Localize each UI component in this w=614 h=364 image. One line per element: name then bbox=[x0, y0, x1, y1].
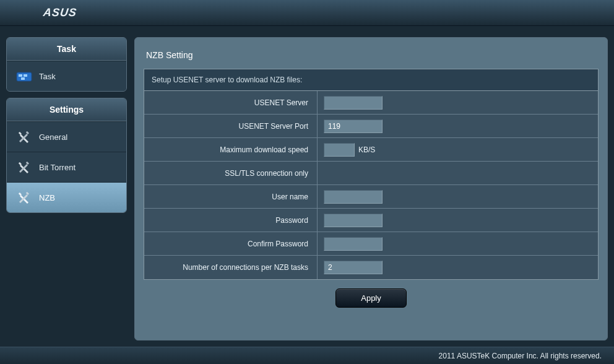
input-connections[interactable] bbox=[324, 261, 383, 274]
row-username: User name bbox=[144, 185, 598, 209]
label-usenet-server: USENET Server bbox=[144, 91, 318, 114]
input-confirm-password[interactable] bbox=[324, 237, 383, 251]
sidebar-item-label: Task bbox=[39, 72, 56, 81]
input-username[interactable] bbox=[324, 190, 383, 204]
input-password[interactable] bbox=[324, 214, 383, 227]
row-max-speed: Maximum download speed KB/S bbox=[144, 138, 598, 162]
main-area: Task Task Settings bbox=[0, 26, 614, 340]
row-ssl: SSL/TLS connection only bbox=[144, 162, 598, 185]
nav-header-settings: Settings bbox=[7, 98, 126, 121]
input-max-speed[interactable] bbox=[324, 143, 355, 157]
panel-title: NZB Setting bbox=[144, 46, 599, 69]
sidebar-item-general[interactable]: General bbox=[7, 121, 126, 152]
svg-rect-2 bbox=[24, 74, 27, 77]
row-confirm-password: Confirm Password bbox=[144, 232, 598, 256]
svg-rect-3 bbox=[21, 77, 25, 80]
apply-button[interactable]: Apply bbox=[335, 288, 407, 308]
top-bar: ASUS bbox=[0, 0, 614, 26]
nav-group-task: Task Task bbox=[6, 37, 127, 92]
sidebar-item-label: NZB bbox=[39, 193, 55, 202]
row-usenet-port: USENET Server Port bbox=[144, 115, 598, 138]
field-ssl bbox=[318, 162, 598, 184]
sidebar: Task Task Settings bbox=[6, 37, 127, 340]
sidebar-item-bittorrent[interactable]: Bit Torrent bbox=[7, 152, 126, 182]
label-username: User name bbox=[144, 185, 318, 208]
label-max-speed: Maximum download speed bbox=[144, 138, 318, 161]
sidebar-item-label: General bbox=[39, 132, 67, 142]
sidebar-item-task[interactable]: Task bbox=[7, 61, 126, 91]
content-panel: NZB Setting Setup USENET server to downl… bbox=[134, 37, 608, 340]
sidebar-item-nzb[interactable]: NZB bbox=[7, 182, 126, 212]
svg-rect-1 bbox=[19, 74, 22, 77]
wrench-icon bbox=[15, 160, 33, 175]
brand-logo: ASUS bbox=[43, 6, 78, 19]
nav-group-settings: Settings General Bit Torrent bbox=[6, 98, 127, 213]
wrench-icon bbox=[15, 190, 33, 205]
footer: 2011 ASUSTeK Computer Inc. All rights re… bbox=[0, 347, 614, 364]
wrench-icon bbox=[15, 129, 33, 144]
label-confirm-password: Confirm Password bbox=[144, 232, 318, 255]
row-connections: Number of connections per NZB tasks bbox=[144, 256, 598, 279]
label-password: Password bbox=[144, 209, 318, 232]
input-usenet-port[interactable] bbox=[324, 119, 383, 133]
input-usenet-server[interactable] bbox=[324, 96, 383, 110]
label-usenet-port: USENET Server Port bbox=[144, 115, 318, 137]
task-icon bbox=[15, 69, 33, 84]
label-ssl: SSL/TLS connection only bbox=[144, 162, 318, 184]
unit-kbs: KB/S bbox=[358, 145, 375, 154]
form-panel: Setup USENET server to download NZB file… bbox=[144, 69, 599, 280]
sidebar-item-label: Bit Torrent bbox=[39, 163, 76, 172]
row-usenet-server: USENET Server bbox=[144, 91, 598, 115]
row-password: Password bbox=[144, 209, 598, 232]
form-caption: Setup USENET server to download NZB file… bbox=[144, 69, 598, 91]
nav-header-task: Task bbox=[7, 38, 126, 61]
button-row: Apply bbox=[144, 280, 599, 310]
label-connections: Number of connections per NZB tasks bbox=[144, 256, 318, 279]
